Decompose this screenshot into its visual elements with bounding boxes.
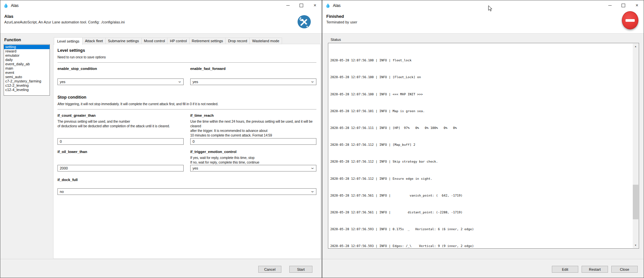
log-line: 2020-05-28 12:07:56.100 | INFO | <<< MAP… xyxy=(330,92,639,97)
field-enable-stop-condition: enable_stop_condition yes ⌄ xyxy=(57,67,184,85)
log-line: 2020-05-28 12:07:56.111 | INFO | [HP] 97… xyxy=(330,126,639,130)
minimize-icon[interactable] xyxy=(603,0,617,11)
alas-app-icon xyxy=(3,3,9,8)
function-list-item[interactable]: main xyxy=(4,66,50,71)
function-list[interactable]: setting reward emulator daily event_dail… xyxy=(4,44,50,96)
log-line: 2020-05-28 12:07:56.100 | INFO | [Fleet_… xyxy=(330,75,639,79)
if-time-reach-input[interactable] xyxy=(190,138,316,145)
page-subtitle: AzurLaneAutoScript, An Azur Lane automat… xyxy=(4,20,125,24)
field-desc: Use the time within the next 24 hours, t… xyxy=(190,119,316,138)
field-label: if_time_reach xyxy=(190,113,316,117)
field-desc: The previous setting will be used, and t… xyxy=(57,119,184,129)
caption-buttons xyxy=(603,0,644,11)
log-line: 2020-05-28 12:07:56.593 | INFO | 0.175s … xyxy=(330,227,639,232)
window-header: Alas AzurLaneAutoScript, An Azur Lane au… xyxy=(0,11,322,33)
divider xyxy=(57,109,316,109)
edit-button[interactable]: Edit xyxy=(552,266,578,273)
section-title-stop-condition: Stop condition xyxy=(57,95,316,100)
maximize-icon[interactable] xyxy=(617,0,630,11)
function-list-item[interactable]: reward xyxy=(4,49,50,53)
scrollbar-thumb[interactable] xyxy=(633,185,638,219)
section-title-level-settings: Level settings xyxy=(57,48,316,53)
section-desc-stop-condition: After triggering, it will not stop immed… xyxy=(57,102,316,106)
tab[interactable]: Mood control xyxy=(141,38,168,44)
field-label: if_dock_full xyxy=(57,178,316,182)
caption-buttons xyxy=(281,0,322,11)
log-output[interactable]: 2020-05-28 12:07:56.100 | INFO | fleet_l… xyxy=(328,43,639,249)
cancel-button[interactable]: Cancel xyxy=(258,266,281,273)
status-body: Status 2020-05-28 12:07:56.100 | INFO | … xyxy=(322,33,644,259)
tab[interactable]: Attack fleet xyxy=(82,38,105,44)
field-label: if_trigger_emotion_control xyxy=(190,150,316,154)
field-desc: If yes, wait for reply, complete this ti… xyxy=(190,156,316,165)
field-if-time-reach: if_time_reach Use the time within the ne… xyxy=(190,113,316,145)
status-title: Finished xyxy=(326,14,344,19)
maximize-icon[interactable] xyxy=(295,0,308,11)
close-button[interactable]: Close xyxy=(611,266,638,273)
restart-button[interactable]: Restart xyxy=(582,266,608,273)
function-list-item[interactable]: event xyxy=(4,71,50,75)
field-enable-fast-forward: enable_fast_forward yes ⌄ xyxy=(190,67,316,85)
status-window: Alas Finished Terminated by user Status … xyxy=(322,0,644,278)
log-line: 2020-05-28 12:07:56.593 | INFO | Edges: … xyxy=(330,244,639,248)
field-if-dock-full: if_dock_full no ⌄ xyxy=(57,178,316,195)
config-window: Alas Alas AzurLaneAutoScript, An Azur La… xyxy=(0,0,322,278)
config-body: Function setting reward emulator daily e… xyxy=(0,33,322,259)
log-line: 2020-05-28 12:07:56.112 | INFO | Ensure … xyxy=(330,177,639,181)
tab[interactable]: Drop record xyxy=(225,38,250,44)
field-if-oil-lower-than: if_oil_lower_than xyxy=(57,150,184,171)
close-icon[interactable] xyxy=(630,0,644,11)
settings-card: Level settings Attack fleet Submarine se… xyxy=(53,37,321,259)
function-list-item[interactable]: event_daily_ab xyxy=(4,62,50,66)
window-title: Alas xyxy=(11,3,18,8)
alas-app-icon xyxy=(325,3,331,8)
function-list-item[interactable]: emulator xyxy=(4,53,50,58)
minimize-icon[interactable] xyxy=(281,0,295,11)
function-list-item[interactable]: semi_auto xyxy=(4,75,50,79)
chevron-down-icon: ⌄ xyxy=(310,166,315,169)
tab[interactable]: Level settings xyxy=(54,37,83,45)
window-header: Finished Terminated by user xyxy=(322,11,644,33)
tab[interactable]: HP control xyxy=(167,38,189,44)
stop-sign-icon xyxy=(622,11,638,29)
log-line: 2020-05-28 12:07:56.112 | INFO | Skip st… xyxy=(330,160,639,164)
tab[interactable]: Submarine settings xyxy=(105,38,142,44)
section-desc-level-settings: Need to run once to save options xyxy=(57,55,316,59)
field-label: enable_fast_forward xyxy=(190,67,316,71)
enable-stop-condition-select[interactable]: yes ⌄ xyxy=(57,78,184,85)
scroll-up-icon[interactable]: ▲ xyxy=(633,44,638,49)
if-oil-lower-than-input[interactable] xyxy=(57,165,184,171)
if-dock-full-select[interactable]: no ⌄ xyxy=(57,188,316,195)
status-label: Status xyxy=(331,38,341,42)
tab-panel: Level settings Need to run once to save … xyxy=(53,44,321,259)
select-value: yes xyxy=(193,80,198,84)
function-list-item[interactable]: setting xyxy=(4,45,50,49)
tab-bar[interactable]: Level settings Attack fleet Submarine se… xyxy=(53,37,321,44)
log-scrollbar[interactable]: ▲ ▼ xyxy=(633,44,638,248)
enable-fast-forward-select[interactable]: yes ⌄ xyxy=(190,78,316,85)
divider xyxy=(57,62,316,63)
titlebar[interactable]: Alas xyxy=(0,0,322,11)
function-list-item[interactable]: c7-2_mystery_farming xyxy=(4,79,50,83)
log-line: 2020-05-28 12:07:56.112 | INFO | [Map_bu… xyxy=(330,143,639,147)
if-count-greater-than-input[interactable] xyxy=(57,138,184,145)
scroll-down-icon[interactable]: ▼ xyxy=(633,242,638,248)
status-subtitle: Terminated by user xyxy=(326,20,357,24)
chevron-down-icon: ⌄ xyxy=(177,80,182,82)
log-line: 2020-05-28 12:07:56.100 | INFO | fleet_l… xyxy=(330,58,639,63)
field-label: if_oil_lower_than xyxy=(57,150,184,154)
titlebar[interactable]: Alas xyxy=(322,0,644,11)
function-list-item[interactable]: c12-4_leveling xyxy=(4,88,50,92)
start-button[interactable]: Start xyxy=(289,266,312,273)
log-line: 2020-05-28 12:07:56.561 | INFO | distant… xyxy=(330,210,639,215)
function-list-item[interactable]: daily xyxy=(4,58,50,62)
close-icon[interactable] xyxy=(308,0,322,11)
tab[interactable]: Wasteland mode xyxy=(249,38,282,44)
select-value: yes xyxy=(193,166,198,170)
function-list-item[interactable]: c12-2_leveling xyxy=(4,83,50,88)
chevron-down-icon: ⌄ xyxy=(310,80,315,82)
screen: Alas Alas AzurLaneAutoScript, An Azur La… xyxy=(0,0,644,278)
tab[interactable]: Retirement settings xyxy=(189,38,226,44)
if-trigger-emotion-control-select[interactable]: yes ⌄ xyxy=(190,165,316,171)
field-if-trigger-emotion-control: if_trigger_emotion_control If yes, wait … xyxy=(190,150,316,171)
